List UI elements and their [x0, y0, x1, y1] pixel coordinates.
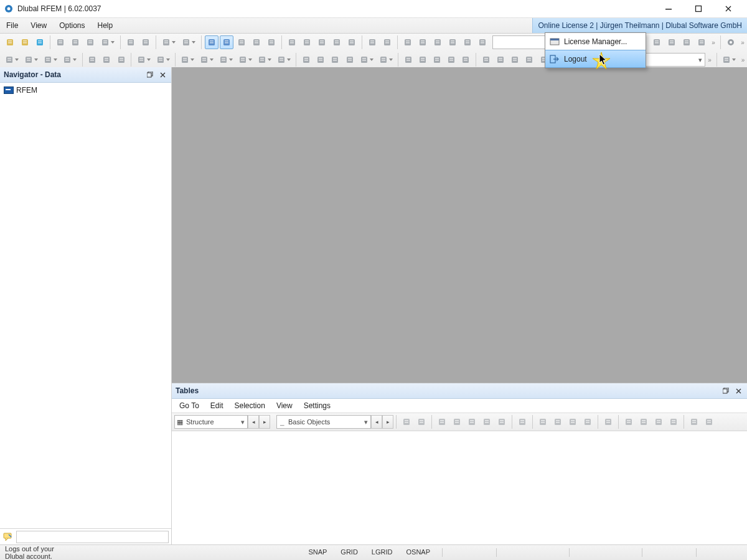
line-icon[interactable]: [22, 53, 40, 67]
select-rhombus-icon[interactable]: [365, 35, 379, 49]
comment-icon[interactable]: [2, 531, 14, 543]
tbl-grid3-icon[interactable]: [465, 415, 479, 429]
script-icon[interactable]: [265, 35, 278, 49]
node-icon[interactable]: [3, 53, 21, 67]
navigator-search-input[interactable]: [16, 531, 169, 543]
redo-icon[interactable]: [179, 35, 198, 49]
mesh-b-icon[interactable]: [430, 53, 443, 67]
tbl-print-icon[interactable]: [702, 415, 716, 429]
status-grid[interactable]: GRID: [337, 548, 362, 557]
tables-combo-category[interactable]: ▦ Structure ▾: [174, 415, 248, 429]
tables-close-icon[interactable]: [733, 386, 743, 395]
member-icon[interactable]: [61, 53, 79, 67]
license-strip[interactable]: Online License 2 | Jürgen Theilmann | Dl…: [532, 18, 747, 33]
minimize-button[interactable]: [660, 2, 677, 15]
tbl-blank-icon[interactable]: [601, 415, 615, 429]
tables-body[interactable]: [172, 431, 747, 545]
panel-grid-icon[interactable]: [220, 35, 233, 49]
navigator-restore-icon[interactable]: [145, 70, 155, 79]
support-icon[interactable]: [179, 53, 197, 67]
imperf-icon[interactable]: [402, 53, 415, 67]
tables-combo-object[interactable]: ⎯ Basic Objects ▾: [276, 415, 371, 429]
result-a-icon[interactable]: [479, 53, 492, 67]
align-right-icon[interactable]: [401, 35, 415, 49]
tool-target-icon[interactable]: [476, 35, 489, 49]
status-snap[interactable]: SNAP: [304, 548, 331, 557]
menu-item-logout[interactable]: Logout: [545, 50, 646, 68]
maximize-button[interactable]: [690, 2, 707, 15]
print-icon[interactable]: [98, 35, 117, 49]
tbl-export-icon[interactable]: [687, 415, 701, 429]
result-d-icon[interactable]: [523, 53, 536, 67]
tables-obj-prev[interactable]: ◂: [371, 415, 382, 429]
mass-icon[interactable]: [256, 53, 274, 67]
result-b-icon[interactable]: [494, 53, 507, 67]
solid-icon[interactable]: [100, 53, 113, 67]
toolbar-row2-overflow-icon[interactable]: »: [705, 53, 713, 67]
tbl-filter-icon[interactable]: [415, 415, 428, 429]
mesh-d-icon[interactable]: [459, 53, 472, 67]
tbl-fx2-icon[interactable]: [652, 415, 665, 429]
align-left-icon[interactable]: [380, 35, 394, 49]
settings-gear-icon[interactable]: [724, 35, 738, 49]
polyline-icon[interactable]: [42, 53, 60, 67]
panel-left-icon[interactable]: [205, 35, 218, 49]
tables-obj-next[interactable]: ▸: [382, 415, 393, 429]
tbl-grid4-icon[interactable]: [480, 415, 494, 429]
load-line-icon[interactable]: [314, 53, 327, 67]
tbl-arrow-l-icon[interactable]: [551, 415, 565, 429]
tbl-arrow-r-icon[interactable]: [536, 415, 550, 429]
tables-menu-view[interactable]: View: [271, 399, 298, 413]
eye-icon[interactable]: [431, 35, 444, 49]
mesh-c-icon[interactable]: [445, 53, 458, 67]
save-icon[interactable]: [83, 35, 97, 49]
paste-icon[interactable]: [68, 35, 82, 49]
dimension-tool-icon[interactable]: [680, 35, 693, 49]
copy-icon[interactable]: [54, 35, 67, 49]
results-icon[interactable]: [650, 35, 664, 49]
new-doc-icon[interactable]: [3, 35, 17, 49]
measure-icon[interactable]: [446, 35, 459, 49]
tables-cat-next[interactable]: ▸: [259, 415, 270, 429]
cloud-icon[interactable]: [33, 35, 47, 49]
select-lasso-icon[interactable]: [315, 35, 329, 49]
tbl-grid5-icon[interactable]: [495, 415, 509, 429]
navigator-close-icon[interactable]: [157, 70, 167, 79]
section-icon[interactable]: [134, 53, 153, 67]
arrow-right-icon[interactable]: [461, 35, 474, 49]
doc1-icon[interactable]: [124, 35, 138, 49]
tbl-delete-icon[interactable]: [515, 415, 529, 429]
close-button[interactable]: [720, 2, 737, 15]
tables-menu-settings[interactable]: Settings: [299, 399, 336, 413]
toolbar-overflow-icon[interactable]: »: [709, 35, 718, 49]
menu-file[interactable]: File: [0, 18, 24, 33]
spring-icon[interactable]: [237, 53, 255, 67]
result-c-icon[interactable]: [508, 53, 521, 67]
hinge-icon[interactable]: [198, 53, 216, 67]
tbl-fx-icon[interactable]: [637, 415, 651, 429]
list-icon[interactable]: [285, 35, 299, 49]
tbl-abc-icon[interactable]: [622, 415, 636, 429]
panel-right-icon[interactable]: [235, 35, 248, 49]
tables-menu-selection[interactable]: Selection: [230, 399, 270, 413]
menu-options[interactable]: Options: [53, 18, 91, 33]
toolbar-overflow-2-icon[interactable]: »: [738, 35, 747, 49]
release-icon[interactable]: [217, 53, 235, 67]
load-solid-icon[interactable]: [343, 53, 356, 67]
tables-menu-edit[interactable]: Edit: [205, 399, 228, 413]
select-rect-icon[interactable]: [300, 35, 314, 49]
load-node-icon[interactable]: [299, 53, 312, 67]
terminal-icon[interactable]: [250, 35, 263, 49]
tbl-pick-icon[interactable]: [400, 415, 413, 429]
load-area-icon[interactable]: [329, 53, 342, 67]
opening-icon[interactable]: [115, 53, 128, 67]
undo-icon[interactable]: [159, 35, 178, 49]
load-wiz-icon[interactable]: [377, 53, 395, 67]
tbl-grid1-icon[interactable]: [435, 415, 449, 429]
tbl-grid2-icon[interactable]: [450, 415, 464, 429]
status-osnap[interactable]: OSNAP: [402, 548, 434, 557]
tbl-fx3-icon[interactable]: [667, 415, 680, 429]
menu-view[interactable]: View: [24, 18, 53, 33]
menu-item-license-manager[interactable]: License Manager...: [545, 33, 646, 50]
tables-cat-prev[interactable]: ◂: [248, 415, 259, 429]
